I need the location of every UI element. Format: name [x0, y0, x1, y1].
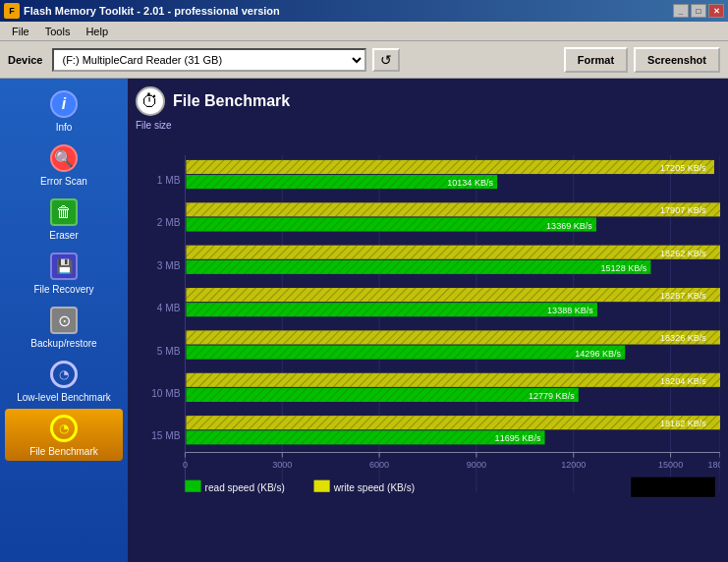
window-controls[interactable]: _ □ ✕: [673, 4, 724, 18]
error-scan-icon-container: 🔍: [48, 142, 80, 174]
info-icon-container: i: [48, 88, 80, 120]
file-benchmark-icon: ◔: [50, 415, 78, 442]
eraser-icon-container: 🗑: [48, 197, 80, 228]
main-layout: i Info 🔍 Error Scan 🗑 Eraser 💾 File Reco…: [0, 79, 728, 562]
svg-text:2 MB: 2 MB: [157, 218, 181, 229]
file-recovery-icon: 💾: [50, 253, 78, 280]
menu-help[interactable]: Help: [78, 24, 116, 39]
svg-rect-24: [186, 246, 720, 259]
chart-area: 1 MB 17205 KB/s 10134 KB/s 2 MB 17907 KB…: [136, 133, 720, 554]
svg-rect-45: [186, 373, 720, 387]
device-select-wrapper: (F:) MultipleCard Reader (31 GB): [52, 48, 366, 72]
svg-rect-55: [186, 430, 544, 444]
svg-text:4 MB: 4 MB: [157, 303, 181, 313]
svg-text:11695 KB/s: 11695 KB/s: [495, 433, 541, 443]
svg-text:17205 KB/s: 17205 KB/s: [660, 163, 706, 173]
svg-text:3 MB: 3 MB: [157, 260, 181, 271]
menu-file[interactable]: File: [4, 24, 37, 39]
svg-rect-38: [186, 330, 720, 344]
svg-text:18326 KB/s: 18326 KB/s: [660, 333, 706, 343]
svg-text:9000: 9000: [467, 460, 486, 470]
sidebar-item-backup-restore[interactable]: ⊙ Backup/restore: [5, 301, 123, 353]
svg-rect-72: [185, 480, 200, 492]
menu-tools[interactable]: Tools: [37, 24, 79, 39]
svg-text:13388 KB/s: 13388 KB/s: [547, 306, 593, 315]
svg-text:15128 KB/s: 15128 KB/s: [601, 263, 647, 273]
chart-header: ⏱ File Benchmark: [136, 86, 720, 116]
sidebar-label-error-scan: Error Scan: [40, 176, 87, 187]
svg-text:18262 KB/s: 18262 KB/s: [660, 249, 706, 258]
refresh-icon: ↺: [380, 52, 392, 68]
eraser-icon: 🗑: [50, 198, 78, 226]
svg-text:18162 KB/s: 18162 KB/s: [660, 419, 706, 428]
svg-rect-20: [186, 217, 596, 231]
content-area: ⏱ File Benchmark File size 1 MB: [128, 79, 728, 562]
sidebar-label-low-level-benchmark: Low-level Benchmark: [17, 392, 111, 403]
error-scan-icon: 🔍: [50, 144, 78, 172]
svg-text:read speed (KB/s): read speed (KB/s): [205, 482, 285, 493]
title-bar-left: F Flash Memory Toolkit - 2.01 - professi…: [4, 3, 280, 19]
sidebar: i Info 🔍 Error Scan 🗑 Eraser 💾 File Reco…: [0, 79, 128, 562]
sidebar-item-info[interactable]: i Info: [5, 84, 123, 137]
svg-text:0: 0: [183, 460, 188, 470]
svg-text:12000: 12000: [561, 460, 586, 470]
svg-text:5 MB: 5 MB: [157, 346, 181, 357]
low-level-benchmark-icon: ◔: [50, 361, 78, 388]
file-benchmark-icon-container: ◔: [48, 413, 80, 444]
refresh-button[interactable]: ↺: [372, 48, 400, 72]
svg-rect-41: [186, 346, 625, 360]
svg-rect-74: [314, 480, 330, 492]
svg-text:1 MB: 1 MB: [157, 175, 181, 186]
close-button[interactable]: ✕: [708, 4, 724, 18]
svg-text:10134 KB/s: 10134 KB/s: [447, 178, 493, 188]
svg-rect-31: [186, 288, 720, 302]
svg-rect-52: [186, 416, 720, 429]
svg-text:10 MB: 10 MB: [151, 388, 180, 399]
svg-rect-48: [186, 388, 578, 402]
sidebar-item-error-scan[interactable]: 🔍 Error Scan: [5, 139, 123, 191]
app-icon: F: [4, 3, 20, 19]
sidebar-label-file-recovery: File Recovery: [33, 284, 93, 295]
screenshot-button[interactable]: Screenshot: [634, 47, 720, 73]
svg-text:13369 KB/s: 13369 KB/s: [546, 221, 592, 231]
chart-svg: 1 MB 17205 KB/s 10134 KB/s 2 MB 17907 KB…: [136, 133, 720, 554]
menu-bar: File Tools Help: [0, 22, 728, 41]
svg-text:18287 KB/s: 18287 KB/s: [660, 291, 706, 301]
clock-icon: ⏱: [136, 86, 165, 116]
svg-text:12779 KB/s: 12779 KB/s: [529, 391, 575, 401]
device-label: Device: [8, 54, 42, 66]
chart-title: File Benchmark: [173, 92, 290, 110]
sidebar-item-file-benchmark[interactable]: ◔ File Benchmark: [5, 409, 123, 461]
sidebar-label-eraser: Eraser: [49, 230, 78, 241]
sidebar-label-info: Info: [56, 122, 73, 133]
sidebar-label-file-benchmark: File Benchmark: [29, 446, 97, 457]
sidebar-item-low-level-benchmark[interactable]: ◔ Low-level Benchmark: [5, 355, 123, 407]
svg-rect-17: [186, 202, 720, 216]
svg-rect-34: [186, 303, 597, 316]
svg-text:18204 KB/s: 18204 KB/s: [660, 376, 706, 386]
backup-restore-icon: ⊙: [50, 307, 78, 334]
title-bar: F Flash Memory Toolkit - 2.01 - professi…: [0, 0, 728, 22]
info-icon: i: [50, 90, 78, 118]
toolbar: Device (F:) MultipleCard Reader (31 GB) …: [0, 41, 728, 79]
file-size-label: File size: [136, 120, 720, 131]
sidebar-item-eraser[interactable]: 🗑 Eraser: [5, 193, 123, 245]
format-button[interactable]: Format: [564, 47, 628, 73]
app-title: Flash Memory Toolkit - 2.01 - profession…: [24, 5, 280, 17]
svg-text:18000: 18000: [707, 460, 720, 470]
svg-rect-76: [631, 478, 715, 497]
svg-text:15 MB: 15 MB: [151, 430, 180, 441]
svg-rect-10: [186, 160, 714, 174]
maximize-button[interactable]: □: [691, 4, 706, 18]
minimize-button[interactable]: _: [673, 4, 689, 18]
device-dropdown[interactable]: (F:) MultipleCard Reader (31 GB): [52, 48, 366, 72]
sidebar-item-file-recovery[interactable]: 💾 File Recovery: [5, 247, 123, 299]
svg-text:14296 KB/s: 14296 KB/s: [575, 349, 621, 359]
svg-text:17907 KB/s: 17907 KB/s: [660, 205, 706, 215]
svg-rect-27: [186, 260, 650, 274]
svg-text:15000: 15000: [658, 460, 683, 470]
backup-restore-icon-container: ⊙: [48, 305, 80, 336]
svg-text:write speed (KB/s): write speed (KB/s): [333, 482, 415, 493]
sidebar-label-backup-restore: Backup/restore: [30, 338, 96, 349]
low-level-benchmark-icon-container: ◔: [48, 359, 80, 390]
